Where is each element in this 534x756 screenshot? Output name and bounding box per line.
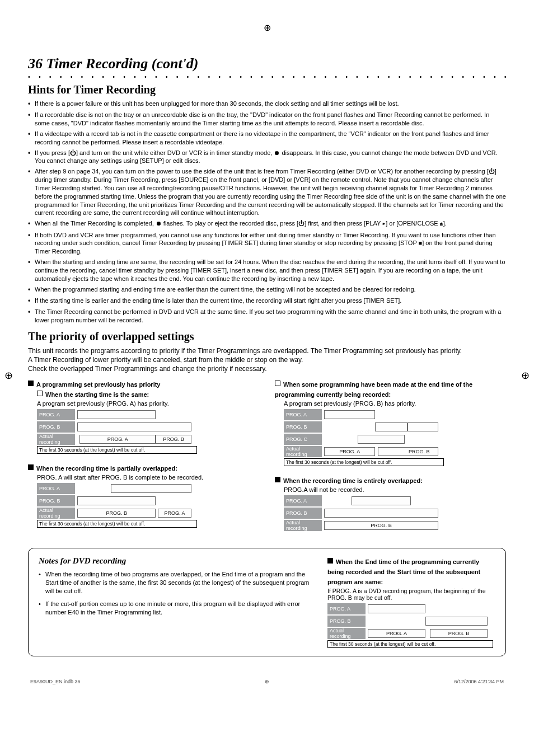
notes-box: Notes for DVD recording When the recordi… — [28, 548, 506, 656]
bullet-icon — [28, 381, 34, 386]
hint-item: When the starting and ending time are sa… — [28, 258, 506, 283]
hint-item: If you press [⏻] and turn on the unit wh… — [28, 149, 506, 166]
case-partial-overlap: When the recording time is partially ove… — [28, 463, 259, 528]
section-heading-hints: Hints for Timer Recording — [28, 83, 506, 96]
hint-item: If a videotape with a record tab is not … — [28, 130, 506, 147]
cutoff-note: The first 30 seconds (at the longest) wi… — [284, 458, 444, 466]
case-entire-overlap: When the recording time is entirely over… — [275, 475, 506, 531]
case-made-at-end: When some programming have been made at … — [275, 379, 506, 466]
dotted-divider: • • • • • • • • • • • • • • • • • • • • … — [28, 73, 506, 80]
bullet-hollow-icon — [37, 391, 43, 396]
hint-item: If a recordable disc is not on the tray … — [28, 111, 506, 128]
section-heading-priority: The priority of overlapped settings — [28, 330, 506, 343]
registration-mark-top: ⊕ — [28, 22, 506, 33]
diagram-entire: PROG. A PROG. B Actual recording PROG. B — [284, 495, 441, 531]
hints-list: If there is a power failure or this unit… — [28, 100, 506, 325]
hint-item: When all the Timer Recording is complete… — [28, 219, 506, 228]
case-previous-priority: A programming set previously has priorit… — [28, 379, 259, 454]
notes-list: When the recording time of two programs … — [39, 570, 314, 616]
notes-item: If the cut-off portion comes up to one m… — [39, 600, 314, 617]
notes-title: Notes for DVD recording — [39, 556, 314, 566]
registration-mark-left: ⊕ — [4, 369, 13, 382]
hint-item: After step 9 on page 34, you can turn on… — [28, 167, 506, 217]
diagram-notes-right: PROG. A PROG. B Actual recording PROG. A… — [327, 603, 490, 639]
cutoff-note: The first 30 seconds (at the longest) wi… — [327, 640, 493, 648]
footer-left: E9A90UD_EN.indb 36 — [30, 679, 81, 684]
hint-item: When the programmed starting and ending … — [28, 285, 506, 294]
diagram-made-end: PROG. A PROG. B PROG. C Actual recording… — [284, 409, 441, 457]
bullet-hollow-icon — [275, 381, 280, 386]
cutoff-note: The first 30 seconds (at the longest) wi… — [37, 520, 197, 528]
hint-item: If both DVD and VCR are timer programmed… — [28, 231, 506, 256]
registration-mark-bottom: ⊕ — [265, 679, 269, 684]
hint-item: If there is a power failure or this unit… — [28, 100, 506, 109]
cutoff-note: The first 30 seconds (at the longest) wi… — [37, 446, 197, 454]
hint-item: If the starting time is earlier and the … — [28, 297, 506, 306]
priority-intro: This unit records the programs according… — [28, 346, 506, 374]
registration-mark-right: ⊕ — [521, 369, 530, 382]
page-title: 36 Timer Recording (cont'd) — [28, 55, 506, 72]
diagram-same-start: PROG. A PROG. B Actual recording PROG. A… — [37, 409, 194, 445]
bullet-icon — [327, 558, 333, 564]
notes-item: When the recording time of two programs … — [39, 570, 314, 595]
diagram-partial: PROG. A PROG. B Actual recording PROG. B… — [37, 483, 194, 519]
hint-item: The Timer Recording cannot be performed … — [28, 308, 506, 325]
bullet-icon — [275, 477, 280, 482]
footer-right: 6/12/2006 4:21:34 PM — [454, 679, 504, 684]
page-footer: E9A90UD_EN.indb 36 ⊕ 6/12/2006 4:21:34 P… — [28, 679, 506, 684]
bullet-icon — [28, 464, 34, 470]
